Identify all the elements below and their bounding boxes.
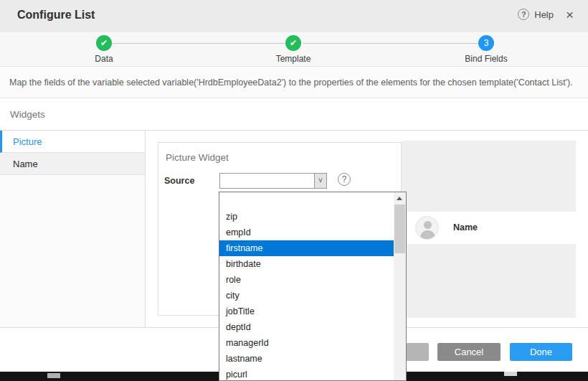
sidebar-item-picture[interactable]: Picture bbox=[0, 131, 145, 153]
help-button[interactable]: ? Help bbox=[518, 9, 554, 20]
dropdown-option[interactable]: city bbox=[219, 288, 394, 304]
source-select[interactable]: ˅ bbox=[219, 173, 327, 189]
scroll-up-icon[interactable] bbox=[394, 192, 406, 204]
preview-contact-row: Name bbox=[407, 212, 576, 244]
template-preview-panel: Name bbox=[402, 141, 576, 318]
step-data[interactable]: ✔ Data bbox=[61, 35, 147, 64]
dropdown-option[interactable] bbox=[219, 192, 394, 209]
close-icon[interactable]: × bbox=[566, 6, 574, 24]
dropdown-option[interactable]: zip bbox=[219, 209, 394, 225]
dropdown-options: zipempIdfirstnamebirthdaterolecityjobTit… bbox=[219, 192, 394, 380]
cancel-button[interactable]: Cancel bbox=[437, 343, 501, 361]
dropdown-option[interactable]: empId bbox=[219, 225, 394, 240]
chevron-down-icon[interactable]: ˅ bbox=[314, 174, 326, 188]
check-icon: ✔ bbox=[96, 35, 112, 51]
done-button[interactable]: Done bbox=[510, 343, 572, 361]
source-help-icon[interactable]: ? bbox=[338, 173, 351, 186]
dropdown-option[interactable]: role bbox=[219, 272, 394, 288]
scrollbar-thumb[interactable] bbox=[394, 204, 405, 253]
background-artifact bbox=[504, 372, 517, 376]
description-band: Map the fields of the variable selected … bbox=[0, 67, 588, 98]
help-label: Help bbox=[534, 9, 554, 20]
wizard-stepper: ✔ Data ✔ Template 3 Bind Fields bbox=[0, 32, 588, 67]
widgets-title: Widgets bbox=[10, 109, 45, 120]
dropdown-option[interactable]: jobTitle bbox=[219, 304, 394, 319]
widgets-section-header: Widgets bbox=[0, 99, 588, 131]
sidebar-item-name[interactable]: Name bbox=[0, 153, 145, 175]
widgets-sidebar: Picture Name bbox=[0, 131, 146, 327]
dropdown-option[interactable]: managerId bbox=[219, 335, 394, 351]
description-text: Map the fields of the variable selected … bbox=[9, 77, 573, 88]
background-artifact bbox=[47, 373, 60, 378]
step-label: Template bbox=[250, 54, 336, 64]
source-label: Source bbox=[164, 176, 194, 186]
step-template[interactable]: ✔ Template bbox=[250, 35, 336, 64]
dialog-header: Configure List ? Help × bbox=[0, 0, 588, 32]
check-icon: ✔ bbox=[285, 35, 301, 51]
dropdown-option[interactable]: birthdate bbox=[219, 256, 394, 272]
step-label: Data bbox=[61, 54, 147, 64]
dropdown-option[interactable]: deptId bbox=[219, 319, 394, 335]
step-bind-fields[interactable]: 3 Bind Fields bbox=[443, 35, 529, 64]
step-number: 3 bbox=[478, 35, 494, 51]
picture-widget-title: Picture Widget bbox=[166, 152, 229, 163]
preview-name-label: Name bbox=[453, 222, 478, 232]
dropdown-scrollbar bbox=[394, 192, 406, 380]
step-label: Bind Fields bbox=[443, 54, 529, 64]
help-icon: ? bbox=[518, 9, 529, 20]
dropdown-option[interactable]: firstname bbox=[219, 240, 394, 256]
source-dropdown-list: zipempIdfirstnamebirthdaterolecityjobTit… bbox=[219, 192, 407, 381]
dialog-title: Configure List bbox=[17, 9, 95, 22]
configure-list-dialog: Configure List ? Help × ✔ Data ✔ Templat… bbox=[0, 0, 588, 381]
dropdown-option[interactable]: picurl bbox=[219, 367, 394, 380]
dropdown-option[interactable]: lastname bbox=[219, 351, 394, 367]
avatar-placeholder-icon bbox=[415, 216, 439, 240]
